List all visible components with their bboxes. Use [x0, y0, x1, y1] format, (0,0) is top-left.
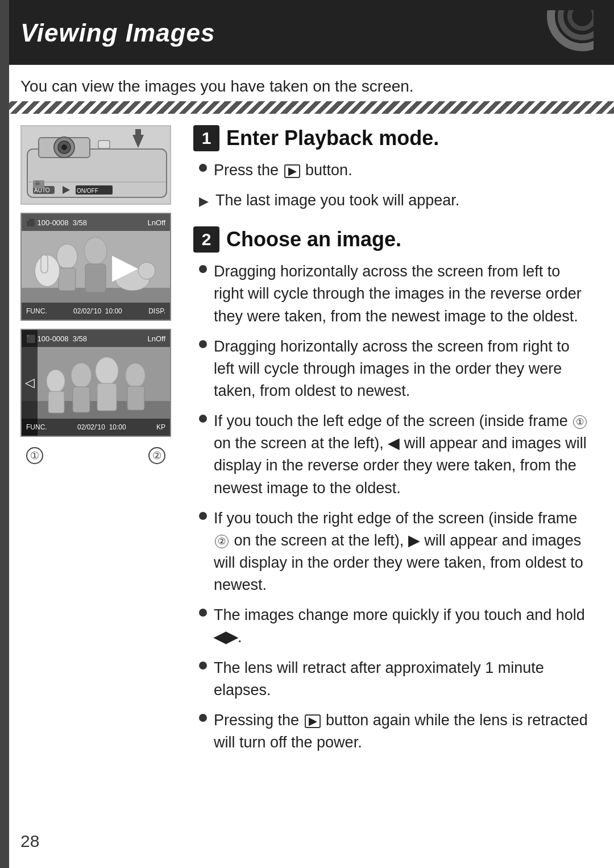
step-1-title: Enter Playback mode. — [226, 126, 439, 150]
bullet-text: If you touch the right edge of the scree… — [214, 507, 594, 597]
bullet-dot — [199, 714, 207, 722]
stripe-bar — [0, 101, 614, 114]
lr-arrows-icon: ◀▶ — [214, 629, 238, 646]
step-2-title: Choose an image. — [226, 228, 401, 251]
bullet-item: Press the ▶ button. — [199, 159, 594, 181]
step-2-bullets: Dragging horizontally across the screen … — [193, 261, 594, 754]
label-2: ② — [148, 447, 165, 464]
svg-point-21 — [57, 244, 77, 269]
screen2-date: 02/02/'10 10:00 — [77, 423, 126, 431]
bullet-dot — [199, 265, 207, 273]
step-1-block: 1 Enter Playback mode. Press the ▶ butto… — [193, 125, 594, 212]
page-title: Viewing Images — [20, 19, 215, 47]
svg-point-26 — [138, 262, 155, 279]
bullet-dot — [199, 415, 207, 423]
svg-point-2 — [570, 10, 594, 28]
playback-btn-icon: ▶ — [305, 714, 321, 728]
label-1: ① — [26, 447, 43, 464]
screen2-kp: KP — [156, 423, 165, 431]
bullet-dot — [199, 340, 207, 348]
step-1-bullets: Press the ▶ button. ▶ The last image you… — [193, 159, 594, 212]
bullet-text: Dragging horizontally across the screen … — [214, 336, 594, 402]
step-1-number: 1 — [193, 125, 219, 151]
right-column: 1 Enter Playback mode. Press the ▶ butto… — [182, 114, 614, 780]
svg-rect-8 — [98, 140, 110, 148]
bullet-item: ▶ The last image you took will appear. — [199, 189, 594, 212]
screen1-top-info: ⬛ 100-0008 3/58 — [26, 218, 87, 227]
bullet-item: If you touch the right edge of the scree… — [199, 507, 594, 597]
bullet-item: The lens will retract after approximatel… — [199, 657, 594, 701]
svg-rect-24 — [85, 264, 106, 292]
screen2-func: FUNC. — [26, 423, 47, 431]
bullet-item: Pressing the ▶ button again while the le… — [199, 709, 594, 754]
bullet-item: Dragging horizontally across the screen … — [199, 336, 594, 402]
bullet-text: The lens will retract after approximatel… — [214, 657, 594, 701]
bullet-text: The last image you took will appear. — [215, 189, 594, 212]
svg-point-17 — [35, 181, 40, 185]
svg-point-31 — [47, 370, 65, 392]
bullet-dot — [199, 662, 207, 669]
step-2-header: 2 Choose an image. — [193, 226, 594, 253]
circle-1-icon: ① — [573, 415, 587, 429]
bullet-arrow: ▶ — [199, 192, 209, 210]
screen1-disp: DISP. — [148, 307, 165, 315]
svg-point-23 — [84, 237, 107, 264]
svg-rect-36 — [97, 383, 117, 411]
svg-rect-38 — [127, 386, 144, 410]
bullet-item: The images change more quickly if you to… — [199, 604, 594, 648]
bullet-text: Dragging horizontally across the screen … — [214, 261, 594, 327]
left-column: AUTO ON/OFF — [0, 114, 182, 780]
svg-rect-34 — [73, 387, 90, 412]
header-decoration — [520, 10, 594, 56]
left-sidebar — [0, 0, 9, 868]
svg-rect-22 — [59, 268, 76, 291]
bullet-text: The images change more quickly if you to… — [214, 604, 594, 648]
camera-illustration: AUTO ON/OFF — [20, 125, 171, 205]
svg-text:ON/OFF: ON/OFF — [77, 188, 98, 194]
bullet-text: If you touch the left edge of the screen… — [214, 410, 594, 499]
step-2-block: 2 Choose an image. Dragging horizontally… — [193, 226, 594, 754]
bullet-text: Pressing the ▶ button again while the le… — [214, 709, 594, 754]
svg-rect-10 — [135, 129, 141, 137]
step-2-number: 2 — [193, 226, 219, 253]
main-content: AUTO ON/OFF — [0, 114, 614, 780]
image-labels: ① ② — [20, 445, 171, 464]
intro-text: You can view the images you have taken o… — [0, 65, 614, 101]
bullet-dot — [199, 609, 207, 617]
bullet-text: Press the ▶ button. — [214, 159, 594, 181]
screen2-top-info: ⬛ 100-0008 3/58 — [26, 334, 87, 343]
screen1-date: 02/02/'10 10:00 — [73, 307, 122, 315]
bullet-item: Dragging horizontally across the screen … — [199, 261, 594, 327]
svg-point-1 — [561, 10, 594, 38]
page-header: Viewing Images — [0, 0, 614, 65]
svg-point-37 — [126, 363, 145, 387]
svg-point-35 — [96, 357, 118, 385]
svg-point-7 — [61, 144, 67, 150]
playback-icon: ▶ — [284, 164, 300, 178]
svg-rect-28 — [41, 255, 48, 273]
screen2-lnoff: LnOff — [147, 334, 165, 343]
circle-2-icon: ② — [215, 535, 229, 548]
screen-image-2: ◁ ⬛ 100-0008 3/58 LnOff FUNC. 02/02/'10 … — [20, 329, 171, 437]
step-1-header: 1 Enter Playback mode. — [193, 125, 594, 151]
svg-rect-32 — [48, 391, 64, 413]
screen-image-1: ▶ ⬛ 100-0008 3/58 LnOff FUNC. 02/02/'10 … — [20, 213, 171, 321]
screen1-func: FUNC. — [26, 307, 47, 315]
page-number: 28 — [20, 832, 39, 851]
bullet-dot — [199, 512, 207, 520]
bullet-item: If you touch the left edge of the screen… — [199, 410, 594, 499]
bullet-dot — [199, 164, 207, 172]
svg-point-33 — [71, 363, 92, 388]
screen1-lnoff: LnOff — [147, 218, 165, 227]
